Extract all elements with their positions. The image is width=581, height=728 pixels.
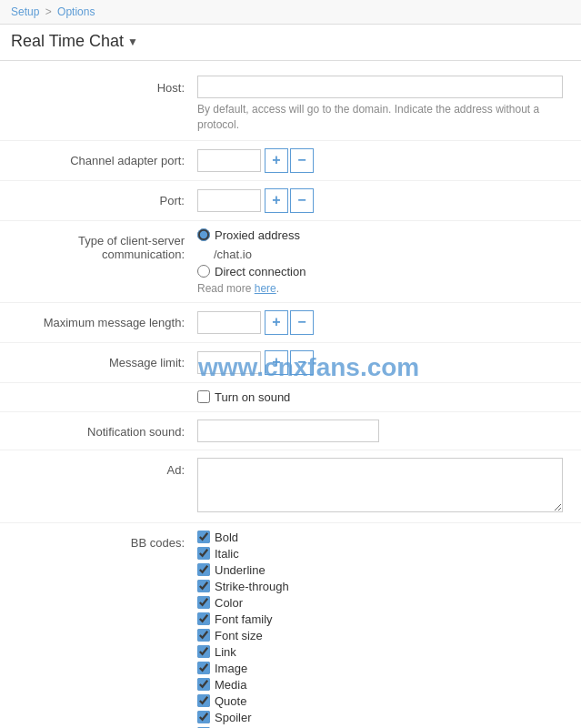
breadcrumb-options[interactable]: Options — [57, 5, 95, 18]
bb-code-checkbox-10[interactable] — [197, 694, 210, 707]
bb-code-label-8: Image — [215, 662, 247, 675]
direct-radio[interactable] — [197, 265, 210, 278]
message-limit-input[interactable]: 60 — [197, 351, 261, 374]
bb-code-label-5: Font family — [215, 612, 273, 626]
bb-code-checkbox-4[interactable] — [197, 596, 210, 609]
bb-code-checkbox-8[interactable] — [197, 662, 210, 674]
bb-code-checkbox-9[interactable] — [197, 678, 210, 691]
breadcrumb-setup[interactable]: Setup — [11, 5, 39, 18]
port-label: Port: — [0, 188, 195, 207]
read-more-link[interactable]: here — [255, 282, 276, 295]
communication-type-control: Proxied address /chat.io Direct connecti… — [195, 228, 581, 295]
proxied-label: Proxied address — [215, 228, 300, 242]
port-increment[interactable]: + — [265, 188, 288, 213]
bb-code-label-0: Bold — [215, 531, 238, 544]
channel-adapter-port-input[interactable]: 3205 — [197, 149, 261, 172]
host-input[interactable] — [197, 76, 563, 98]
direct-radio-item: Direct connection — [197, 265, 563, 278]
ad-control — [195, 458, 581, 515]
bb-code-label-2: Underline — [215, 563, 265, 577]
bb-code-checkbox-11[interactable] — [197, 711, 210, 723]
breadcrumb: Setup > Options — [0, 0, 581, 25]
message-limit-decrement[interactable]: − — [290, 350, 314, 375]
host-control: By default, access will go to the domain… — [195, 76, 581, 133]
port-row: Port: 2053 + − — [0, 181, 581, 221]
bb-code-item: Link — [197, 645, 563, 659]
host-label: Host: — [0, 76, 195, 95]
max-message-length-label: Maximum message length: — [0, 310, 195, 329]
channel-adapter-port-control: 3205 + − — [195, 148, 581, 173]
page-title: Real Time Chat — [11, 32, 124, 51]
host-hint: By default, access will go to the domain… — [197, 102, 563, 133]
ad-textarea[interactable] — [197, 458, 563, 512]
communication-type-label: Type of client-server communication: — [0, 228, 195, 261]
turn-on-sound-control: Turn on sound — [195, 390, 581, 404]
bb-code-checkbox-5[interactable] — [197, 612, 210, 625]
ad-label: Ad: — [0, 458, 195, 477]
host-row: Host: By default, access will go to the … — [0, 68, 581, 141]
read-more: Read more here. — [197, 282, 563, 295]
turn-on-sound-row: Turn on sound — [0, 383, 581, 412]
message-limit-row: Message limit: 60 + − — [0, 343, 581, 383]
bb-code-label-6: Font size — [215, 629, 263, 642]
turn-on-sound-spacer — [0, 390, 195, 396]
port-control: 2053 + − — [195, 188, 581, 213]
max-message-length-row: Maximum message length: 500 + − — [0, 303, 581, 343]
max-message-length-decrement[interactable]: − — [290, 310, 314, 335]
bb-code-item: Font size — [197, 629, 563, 642]
bb-code-item: Strike-through — [197, 580, 563, 593]
turn-on-sound-item: Turn on sound — [197, 390, 563, 404]
dropdown-arrow[interactable]: ▼ — [127, 35, 138, 48]
channel-adapter-port-row: Channel adapter port: 3205 + − — [0, 141, 581, 181]
bb-codes-row: BB codes: BoldItalicUnderlineStrike-thro… — [0, 523, 581, 728]
bb-codes-control: BoldItalicUnderlineStrike-throughColorFo… — [195, 531, 581, 728]
notification-sound-label: Notification sound: — [0, 420, 195, 439]
bb-code-checkbox-3[interactable] — [197, 580, 210, 592]
bb-code-label-9: Media — [215, 678, 246, 692]
port-decrement[interactable]: − — [290, 188, 314, 213]
max-message-length-increment[interactable]: + — [265, 310, 288, 335]
ad-row: Ad: — [0, 450, 581, 523]
bb-code-item: Underline — [197, 563, 563, 577]
bb-code-checkbox-0[interactable] — [197, 531, 210, 543]
bb-codes-label: BB codes: — [0, 531, 195, 550]
port-input[interactable]: 2053 — [197, 189, 261, 212]
bb-code-item: Quote — [197, 694, 563, 708]
notification-sound-control: s — [195, 420, 581, 442]
proxied-radio-item: Proxied address — [197, 228, 563, 242]
bb-code-label-10: Quote — [215, 694, 246, 708]
bb-code-checkbox-2[interactable] — [197, 563, 210, 576]
bb-code-label-7: Link — [215, 645, 236, 659]
channel-adapter-port-increment[interactable]: + — [265, 148, 288, 173]
direct-label: Direct connection — [215, 265, 306, 278]
bb-code-label-3: Strike-through — [215, 580, 289, 593]
bb-code-checkbox-6[interactable] — [197, 629, 210, 642]
bb-codes-list: BoldItalicUnderlineStrike-throughColorFo… — [197, 531, 563, 728]
notification-sound-input[interactable]: s — [197, 420, 379, 442]
bb-code-item: Spoiler — [197, 711, 563, 724]
message-limit-control: 60 + − — [195, 350, 581, 375]
bb-code-label-4: Color — [215, 596, 243, 610]
bb-code-checkbox-1[interactable] — [197, 547, 210, 560]
turn-on-sound-checkbox[interactable] — [197, 390, 210, 403]
bb-code-item: Color — [197, 596, 563, 610]
communication-type-row: Type of client-server communication: Pro… — [0, 221, 581, 303]
max-message-length-control: 500 + − — [195, 310, 581, 335]
bb-code-item: Bold — [197, 531, 563, 544]
bb-code-label-11: Spoiler — [215, 711, 251, 724]
bb-code-label-1: Italic — [215, 547, 239, 561]
channel-adapter-port-decrement[interactable]: − — [290, 148, 314, 173]
turn-on-sound-label: Turn on sound — [215, 390, 290, 404]
bb-code-item: Media — [197, 678, 563, 692]
proxied-radio[interactable] — [197, 228, 210, 241]
bb-code-item: Image — [197, 662, 563, 675]
bb-code-item: Italic — [197, 547, 563, 561]
bb-code-item: Font family — [197, 612, 563, 626]
breadcrumb-sep1: > — [45, 5, 52, 18]
bb-code-checkbox-7[interactable] — [197, 645, 210, 658]
max-message-length-input[interactable]: 500 — [197, 311, 261, 334]
proxy-path: /chat.io — [214, 248, 563, 261]
message-limit-label: Message limit: — [0, 350, 195, 369]
channel-adapter-port-label: Channel adapter port: — [0, 148, 195, 167]
message-limit-increment[interactable]: + — [265, 350, 288, 375]
